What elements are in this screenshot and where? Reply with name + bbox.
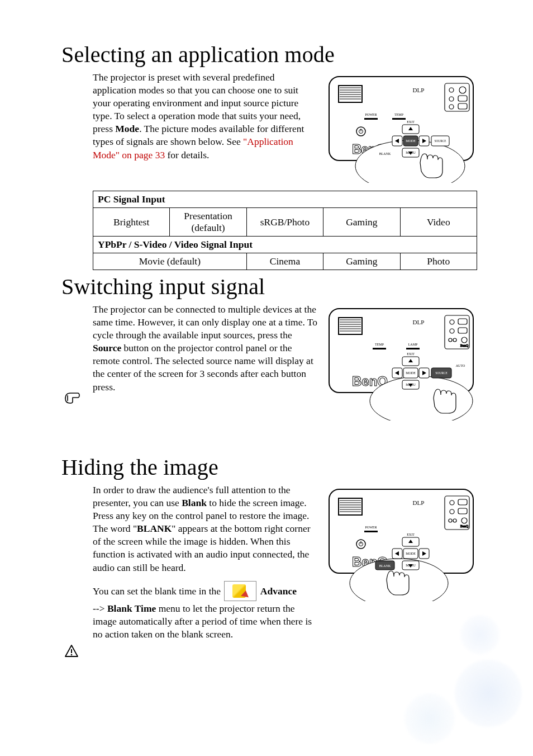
svg-text:POWER: POWER xyxy=(365,526,377,529)
sec3-paragraph-1: In order to draw the audience's full att… xyxy=(93,484,318,574)
svg-text:MODE: MODE xyxy=(406,552,416,555)
sec2-paragraph: The projector can be connected to multip… xyxy=(93,303,318,394)
sec3-p2-b: --> xyxy=(93,603,107,614)
svg-rect-61 xyxy=(406,348,420,349)
svg-text:DLP: DLP xyxy=(413,87,425,93)
signal-modes-table: PC Signal Input Brightest Presentation (… xyxy=(93,191,477,270)
cell-presentation-line2: (default) xyxy=(191,222,225,233)
blank-word: Blank xyxy=(182,497,207,508)
cell-brightest: Brightest xyxy=(93,208,170,237)
svg-text:BenQ: BenQ xyxy=(460,344,469,347)
heading-hiding-image: Hiding the image xyxy=(61,454,477,480)
source-word: Source xyxy=(93,342,121,353)
advance-word: Advance xyxy=(260,585,297,597)
sec2-text-a: The projector can be connected to multip… xyxy=(93,304,317,341)
svg-text:AUTO: AUTO xyxy=(456,364,465,367)
sec1-paragraph: The projector is preset with several pre… xyxy=(93,71,318,162)
cell-srgb: sRGB/Photo xyxy=(246,208,323,237)
table-header-video: YPbPr / S-Video / Video Signal Input xyxy=(93,237,477,253)
figure-projector-mode-button: DLP POWER TEMP BenQ xyxy=(326,71,477,183)
svg-text:MENU: MENU xyxy=(406,151,416,154)
cell-movie: Movie (default) xyxy=(93,253,247,270)
svg-rect-60 xyxy=(373,348,386,349)
blank-time-word: Blank Time xyxy=(107,603,156,614)
cell-gaming-vid: Gaming xyxy=(323,253,400,270)
sec3-paragraph-2: You can set the blank time in the Advanc… xyxy=(93,582,318,641)
cell-gaming-pc: Gaming xyxy=(323,208,400,237)
heading-selecting-mode: Selecting an application mode xyxy=(61,41,477,68)
svg-text:TEMP: TEMP xyxy=(375,343,384,346)
svg-text:SOURCE: SOURCE xyxy=(435,139,446,143)
caution-icon xyxy=(64,644,79,661)
cell-presentation: Presentation (default) xyxy=(170,208,246,237)
table-header-pc: PC Signal Input xyxy=(93,191,477,208)
table-row: Movie (default) Cinema Gaming Photo xyxy=(93,253,477,270)
svg-rect-98 xyxy=(364,531,378,532)
svg-text:DLP: DLP xyxy=(413,499,425,506)
svg-text:MODE: MODE xyxy=(406,371,416,375)
svg-text:EXIT: EXIT xyxy=(407,120,415,124)
cell-presentation-line1: Presentation xyxy=(184,210,232,221)
svg-text:POWER: POWER xyxy=(365,113,377,116)
svg-text:TEMP: TEMP xyxy=(394,113,404,116)
svg-point-120 xyxy=(71,654,73,656)
cell-cinema: Cinema xyxy=(246,253,323,270)
cell-photo: Photo xyxy=(400,253,477,270)
svg-text:MENU: MENU xyxy=(406,383,416,386)
svg-text:BLANK: BLANK xyxy=(379,152,391,155)
svg-text:DLP: DLP xyxy=(413,319,425,325)
sec3-p2-a: You can set the blank time in the xyxy=(93,585,223,597)
heading-switching-input: Switching input signal xyxy=(61,273,477,300)
svg-text:BenQ: BenQ xyxy=(460,525,469,528)
sec2-text-b: button on the projector control panel or… xyxy=(93,342,313,392)
svg-text:SOURCE: SOURCE xyxy=(435,371,448,375)
advance-menu-icon xyxy=(224,581,256,601)
svg-text:LAMP: LAMP xyxy=(408,343,418,346)
figure-projector-source-button: DLP BenQ TEMP LAMP BenQ EXIT xyxy=(326,303,477,420)
hand-pointing-icon xyxy=(64,391,80,407)
svg-text:MODE: MODE xyxy=(406,139,416,143)
blank-caps: BLANK xyxy=(137,523,172,534)
svg-rect-19 xyxy=(392,118,406,120)
svg-text:EXIT: EXIT xyxy=(407,352,415,356)
svg-text:MENU: MENU xyxy=(406,564,416,567)
sec1-text-c: for details. xyxy=(165,149,209,160)
cell-video: Video xyxy=(400,208,477,237)
figure-projector-blank-button: DLP BenQ POWER BenQ EXIT xyxy=(326,484,477,601)
svg-text:BLANK: BLANK xyxy=(379,564,391,568)
svg-text:EXIT: EXIT xyxy=(407,533,415,536)
mode-word: Mode xyxy=(115,123,139,134)
svg-rect-18 xyxy=(364,118,378,120)
table-row: Brightest Presentation (default) sRGB/Ph… xyxy=(93,208,477,237)
